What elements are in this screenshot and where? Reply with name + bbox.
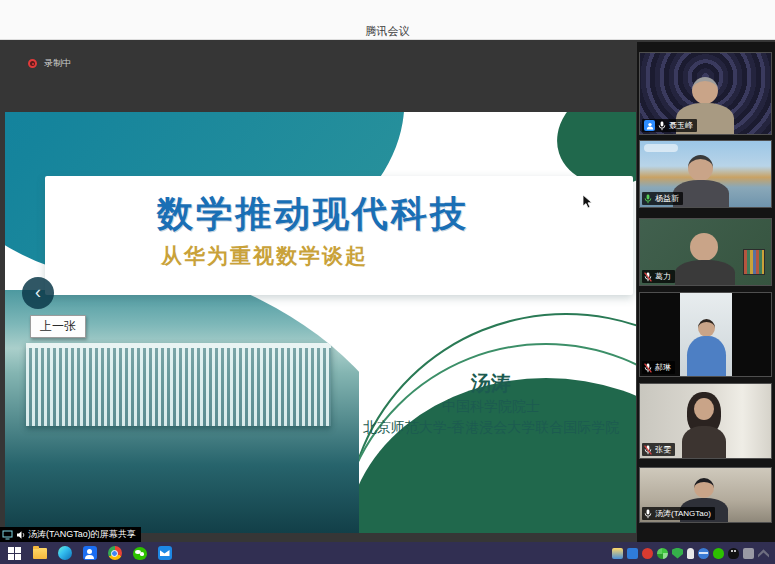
share-banner-label: 汤涛(TANGTao)的屏幕共享 [28, 528, 136, 541]
tray-printer-icon[interactable] [743, 548, 754, 559]
tray-alert-icon[interactable] [642, 548, 653, 559]
participant-name-label: 张雯 [642, 443, 675, 456]
tray-mic-icon[interactable] [687, 548, 694, 559]
previous-slide-button[interactable]: ‹ [22, 277, 54, 309]
recording-dot-icon [28, 59, 37, 68]
slide-title-card: 数学推动现代科技 从华为重视数学谈起 [45, 176, 633, 295]
participant-name: 杨益新 [655, 193, 679, 204]
speaker-affiliation: 北京师范大学-香港浸会大学联合国际学院 [335, 417, 636, 438]
participant-tile-2[interactable]: 杨益新 [639, 140, 772, 208]
mic-on-icon [658, 121, 666, 131]
participant-name: 郝琳 [655, 362, 671, 373]
tray-docs-icon[interactable] [627, 548, 638, 559]
speaker-block: 汤涛 中国科学院院士 北京师范大学-香港浸会大学联合国际学院 [335, 370, 636, 438]
mic-muted-icon [644, 363, 652, 373]
previous-slide-tooltip: 上一张 [30, 315, 86, 338]
participant-name: 汤涛(TANGTao) [655, 508, 711, 519]
mic-muted-icon [644, 272, 652, 282]
participant-tile-4[interactable]: 郝琳 [639, 292, 772, 377]
tray-wechat-icon[interactable] [713, 548, 724, 559]
tencent-meeting-icon[interactable] [82, 546, 97, 561]
participant-tile-6[interactable]: 汤涛(TANGTao) [639, 467, 772, 523]
participant-name-label: 汤涛(TANGTao) [642, 507, 715, 520]
file-explorer-icon[interactable] [32, 546, 47, 561]
tray-folder-icon[interactable] [612, 548, 623, 559]
desktop-screen: 腾讯会议 录制中 数学推动现代科技 从华为重视数学谈起 汤涛 中国科学院院士 北… [0, 0, 775, 564]
mic-speaking-icon [644, 194, 652, 204]
participant-video [675, 260, 735, 286]
participant-name: 张雯 [655, 444, 671, 455]
edge-browser-icon[interactable] [57, 546, 72, 561]
participant-name-label: 郝琳 [642, 361, 675, 374]
tray-globe-icon[interactable] [698, 548, 709, 559]
tray-shield-icon[interactable] [672, 548, 683, 559]
recording-indicator: 录制中 [28, 57, 71, 70]
slide-title: 数学推动现代科技 [157, 190, 469, 239]
participant-video [698, 319, 715, 337]
participant-name-label: 葛力 [642, 270, 675, 283]
participant-video [694, 478, 714, 498]
screen-share-banner: 汤涛(TANGTao)的屏幕共享 [0, 527, 141, 542]
mail-app-icon[interactable] [157, 546, 172, 561]
windows-taskbar [0, 542, 775, 564]
campus-building [26, 343, 330, 426]
slide-subtitle: 从华为重视数学谈起 [161, 242, 368, 270]
tray-more-icon[interactable] [758, 548, 769, 559]
bookshelf [743, 249, 765, 275]
mic-muted-icon [644, 445, 652, 455]
mouse-cursor [582, 194, 594, 210]
speaker-name: 汤涛 [335, 370, 636, 396]
tray-pinwheel-icon[interactable] [657, 548, 668, 559]
university-logo [644, 144, 678, 152]
start-button-icon[interactable] [7, 546, 22, 561]
speaker-title: 中国科学院院士 [335, 396, 636, 417]
window-title: 腾讯会议 [0, 24, 775, 39]
participant-video [687, 336, 726, 377]
participant-video [688, 155, 713, 181]
tray-qq-icon[interactable] [728, 548, 739, 559]
active-speaker-badge-icon [644, 120, 655, 131]
participants-sidebar: 聂玉峰 杨益新 葛力 [637, 42, 775, 542]
window-titlebar: 腾讯会议 [0, 0, 775, 40]
shared-slide: 数学推动现代科技 从华为重视数学谈起 汤涛 中国科学院院士 北京师范大学-香港浸… [5, 112, 636, 533]
participant-name-label: 聂玉峰 [642, 119, 697, 132]
screen-share-icon [2, 530, 13, 540]
participant-name-label: 杨益新 [642, 192, 683, 205]
participant-video [690, 233, 718, 261]
participant-tile-1[interactable]: 聂玉峰 [639, 52, 772, 135]
participant-tile-5[interactable]: 张雯 [639, 383, 772, 459]
mic-on-icon [644, 509, 652, 519]
participant-video [692, 77, 718, 104]
chrome-browser-icon[interactable] [107, 546, 122, 561]
audio-icon [16, 530, 25, 540]
participant-tile-3[interactable]: 葛力 [639, 218, 772, 286]
system-tray [612, 548, 775, 559]
participant-video [682, 426, 726, 459]
participant-name: 葛力 [655, 271, 671, 282]
participant-video [694, 398, 714, 420]
wechat-icon[interactable] [132, 546, 147, 561]
participant-name: 聂玉峰 [669, 120, 693, 131]
recording-label: 录制中 [44, 57, 71, 70]
taskbar-left [0, 546, 172, 561]
